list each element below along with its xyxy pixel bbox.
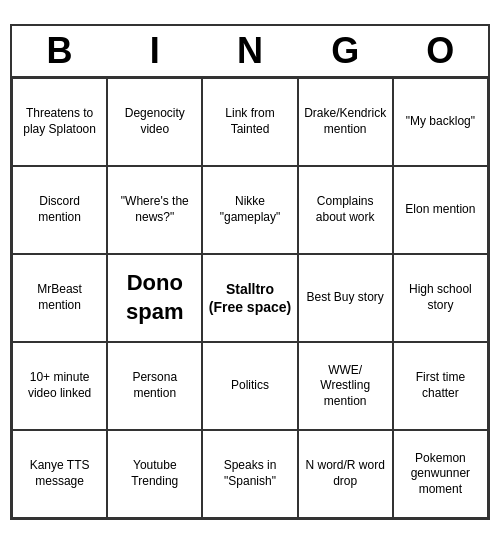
bingo-cell-4[interactable]: "My backlog" <box>393 78 488 166</box>
bingo-cell-12[interactable]: Stalltro (Free space) <box>202 254 297 342</box>
header-letter-g: G <box>301 30 389 72</box>
bingo-cell-21[interactable]: Youtube Trending <box>107 430 202 518</box>
bingo-cell-5[interactable]: Discord mention <box>12 166 107 254</box>
bingo-cell-22[interactable]: Speaks in "Spanish" <box>202 430 297 518</box>
header-letter-o: O <box>396 30 484 72</box>
header-letter-b: B <box>16 30 104 72</box>
bingo-cell-13[interactable]: Best Buy story <box>298 254 393 342</box>
bingo-cell-19[interactable]: First time chatter <box>393 342 488 430</box>
bingo-cell-16[interactable]: Persona mention <box>107 342 202 430</box>
bingo-cell-20[interactable]: Kanye TTS message <box>12 430 107 518</box>
bingo-cell-24[interactable]: Pokemon genwunner moment <box>393 430 488 518</box>
bingo-cell-15[interactable]: 10+ minute video linked <box>12 342 107 430</box>
bingo-cell-7[interactable]: Nikke "gameplay" <box>202 166 297 254</box>
bingo-cell-9[interactable]: Elon mention <box>393 166 488 254</box>
bingo-cell-0[interactable]: Threatens to play Splatoon <box>12 78 107 166</box>
bingo-cell-8[interactable]: Complains about work <box>298 166 393 254</box>
bingo-cell-2[interactable]: Link from Tainted <box>202 78 297 166</box>
bingo-cell-1[interactable]: Degenocity video <box>107 78 202 166</box>
bingo-cell-17[interactable]: Politics <box>202 342 297 430</box>
bingo-cell-3[interactable]: Drake/Kendrick mention <box>298 78 393 166</box>
bingo-cell-10[interactable]: MrBeast mention <box>12 254 107 342</box>
bingo-cell-18[interactable]: WWE/ Wrestling mention <box>298 342 393 430</box>
bingo-cell-6[interactable]: "Where's the news?" <box>107 166 202 254</box>
bingo-card: B I N G O Threatens to play SplatoonDege… <box>10 24 490 520</box>
bingo-header: B I N G O <box>12 26 488 78</box>
header-letter-n: N <box>206 30 294 72</box>
header-letter-i: I <box>111 30 199 72</box>
bingo-grid: Threatens to play SplatoonDegenocity vid… <box>12 78 488 518</box>
bingo-cell-11[interactable]: Dono spam <box>107 254 202 342</box>
bingo-cell-14[interactable]: High school story <box>393 254 488 342</box>
bingo-cell-23[interactable]: N word/R word drop <box>298 430 393 518</box>
